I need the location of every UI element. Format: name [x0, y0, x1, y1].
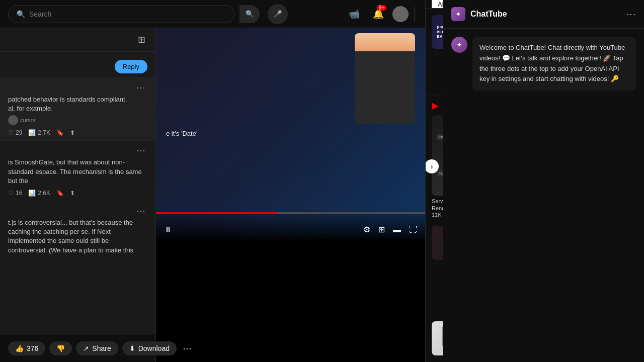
- chattube-panel: ✦ ChatTube ⋯ ✦ Welcome to ChatTube! Chat…: [443, 0, 644, 362]
- bot-avatar: ✦: [451, 37, 467, 53]
- video-thumbnail-m4: 12:51: [432, 321, 443, 355]
- like-button[interactable]: ♡ 29: [8, 129, 22, 136]
- comment-text: patched behavior is standards compliant.…: [8, 95, 147, 125]
- comment-more-button[interactable]: ⋯: [134, 145, 147, 156]
- thumbs-down-icon: 👎: [56, 344, 65, 352]
- like-count: 29: [16, 129, 22, 136]
- share-video-icon: ↗: [83, 344, 89, 352]
- chart-icon: 📊: [28, 129, 36, 136]
- comments-panel-toggle[interactable]: ⊞: [136, 34, 147, 45]
- like-video-button[interactable]: 👍 376: [8, 341, 45, 355]
- short-views: 11K views: [432, 212, 443, 218]
- notification-button[interactable]: 🔔 9+: [368, 4, 388, 24]
- dislike-video-button[interactable]: 👎: [49, 341, 72, 355]
- list-item: ✦ Welcome to ChatTube! Chat directly wit…: [451, 37, 636, 90]
- grid-cell: Tndr: [437, 170, 443, 176]
- comment-actions: ♡ 29 📊 2.7K 🔖 ⬆: [8, 129, 147, 136]
- comment-text: t.js is controversial... but that's beca…: [8, 218, 147, 255]
- bot-avatar-icon: ✦: [456, 41, 462, 49]
- featured-thumbnail: {uuid}IS ABAD ID 25:53: [432, 15, 443, 49]
- like-count: 376: [27, 344, 38, 352]
- pause-button[interactable]: ⏸: [162, 224, 174, 235]
- theater-mode-button[interactable]: ▬: [391, 224, 403, 235]
- video-thumbnail: e it's 'Date' ⏸ ⚙ ⊞: [156, 28, 425, 239]
- list-item[interactable]: 12:51 M4 iPad Impressions: Well This is …: [426, 317, 443, 362]
- settings-icon: ⚙: [363, 225, 370, 234]
- video-comments-area: ⊞ Reply ⋯ patched behavior is standards …: [0, 28, 425, 362]
- list-item: ⋯ t.js is controversial... but that's be…: [0, 201, 155, 263]
- bookmark-icon: 🔖: [56, 190, 64, 197]
- share-button[interactable]: ⬆: [70, 190, 75, 197]
- download-icon: ⬇: [129, 344, 135, 352]
- filter-tabs: All From Theo - t3.gg Presentations Re..…: [426, 0, 443, 9]
- stats-button[interactable]: 📊 2.7K: [28, 129, 50, 136]
- shorts-next-button[interactable]: ›: [425, 159, 439, 173]
- bookmark-button[interactable]: 🔖: [56, 190, 64, 197]
- share-button[interactable]: ⬆: [70, 129, 75, 136]
- fullscreen-icon: ⛶: [409, 225, 417, 234]
- bookmark-button[interactable]: 🔖: [56, 129, 64, 136]
- shorts-section: ▶ Shorts Tndr Copy Drgn Tndr Copy: [426, 96, 443, 222]
- stats-count: 2.6K: [38, 190, 50, 197]
- uuid-thumbnail-text: {uuid}IS ABAD ID: [437, 25, 443, 39]
- chattube-more-button[interactable]: ⋯: [626, 8, 636, 20]
- shorts-grid: Tndr Copy Drgn Tndr Copy Name Server Sid…: [432, 115, 437, 218]
- download-video-button[interactable]: ⬇ Download: [122, 341, 177, 355]
- comment-more-button[interactable]: ⋯: [134, 205, 147, 216]
- pause-icon: ⏸: [164, 225, 172, 234]
- recommendations-panel: All From Theo - t3.gg Presentations Re..…: [425, 0, 443, 362]
- share-icon: ⬆: [70, 129, 75, 136]
- shorts-icon: ▶: [432, 100, 439, 111]
- reply-button[interactable]: Reply: [115, 60, 147, 73]
- like-button[interactable]: ♡ 16: [8, 190, 22, 197]
- grid-overlay: Tndr Copy Drgn Tndr Copy Name: [432, 115, 443, 196]
- layout-button[interactable]: ⊞: [376, 224, 387, 235]
- bookmark-icon: 🔖: [56, 129, 64, 136]
- list-item: ⋯ patched behavior is standards complian…: [0, 78, 155, 141]
- settings-button[interactable]: ⚙: [361, 224, 372, 235]
- heart-icon: ♡: [8, 190, 14, 197]
- comment-more-button[interactable]: ⋯: [134, 82, 147, 93]
- voice-search-button[interactable]: 🎤: [268, 4, 288, 24]
- comments-header: ⊞: [0, 28, 155, 52]
- fullscreen-button[interactable]: ⛶: [407, 224, 419, 235]
- video-presenter: [355, 33, 415, 124]
- comments-panel: ⊞ Reply ⋯ patched behavior is standards …: [0, 28, 156, 362]
- grid-cell: Tndr: [437, 134, 443, 140]
- like-count: 16: [16, 190, 22, 197]
- tab-all[interactable]: All: [432, 0, 443, 9]
- youtube-header: 🔍 🔍 🎤 📹 🔔 9+: [0, 0, 425, 28]
- comment-actions: ♡ 16 📊 2.6K 🔖 ⬆: [8, 190, 147, 197]
- search-icon: 🔍: [246, 10, 254, 18]
- chattube-logo: ✦: [451, 7, 465, 21]
- short-thumbnail-1: Tndr Copy Drgn Tndr Copy Name: [432, 115, 443, 196]
- chart-icon: 📊: [28, 190, 36, 197]
- stats-button[interactable]: 📊 2.6K: [28, 190, 50, 197]
- comment-text: is SmooshGate, but that was about non-st…: [8, 158, 147, 186]
- short-title: Server Side Rendering in...: [432, 198, 443, 212]
- notification-badge: 9+: [377, 5, 386, 11]
- share-icon: ⬆: [70, 190, 75, 197]
- divider: [415, 7, 415, 22]
- list-item[interactable]: 10:12 Full subtractor designing using 2:…: [426, 222, 443, 317]
- user-avatar-button[interactable]: [392, 6, 409, 22]
- search-input[interactable]: [29, 10, 226, 18]
- theater-icon: ▬: [393, 225, 401, 234]
- tablet-shape: [442, 326, 443, 346]
- mic-icon: 🎤: [274, 10, 282, 18]
- search-submit-button[interactable]: 🔍: [239, 5, 260, 23]
- search-bar-container: 🔍: [8, 5, 234, 23]
- video-text-overlay: e it's 'Date': [166, 129, 197, 139]
- list-item: ⋯ is SmooshGate, but that was about non-…: [0, 141, 155, 201]
- featured-video[interactable]: {uuid}IS ABAD ID 25:53 The Problem With …: [426, 9, 443, 96]
- more-video-actions-button[interactable]: ⋯: [181, 341, 194, 356]
- video-caption: e it's 'Date': [166, 129, 197, 139]
- stats-count: 2.7K: [38, 129, 50, 136]
- share-video-button[interactable]: ↗ Share: [76, 341, 118, 355]
- layout-icon: ⊞: [378, 225, 385, 234]
- shorts-header: ▶ Shorts: [432, 100, 437, 111]
- reply-area: Reply: [0, 56, 155, 78]
- upload-button[interactable]: 📹: [344, 4, 364, 24]
- chattube-logo-icon: ✦: [455, 10, 461, 18]
- video-controls-bar: ⏸ ⚙ ⊞ ▬ ⛶: [156, 209, 425, 239]
